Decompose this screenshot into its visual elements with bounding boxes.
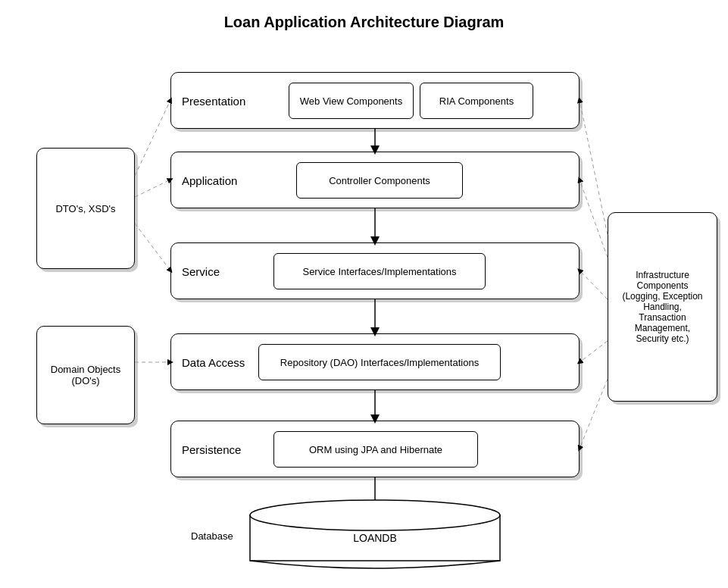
domain-label: Domain Objects(DO's) <box>51 364 120 386</box>
presentation-label: Presentation <box>182 94 245 107</box>
svg-line-15 <box>580 341 608 362</box>
service-layer: Service Service Interfaces/Implementatio… <box>170 242 580 299</box>
repository-label: Repository (DAO) Interfaces/Implementati… <box>280 357 479 368</box>
dtos-box: DTO's, XSD's <box>36 148 135 269</box>
service-interfaces-box: Service Interfaces/Implementations <box>273 253 486 289</box>
svg-line-16 <box>580 379 608 449</box>
svg-line-8 <box>135 100 170 176</box>
infrastructure-box: InfrastructureComponents(Logging, Except… <box>608 212 717 402</box>
controller-label: Controller Components <box>329 175 430 186</box>
presentation-layer: Presentation Web View Components RIA Com… <box>170 72 580 129</box>
ria-components-box: RIA Components <box>420 83 533 119</box>
svg-line-10 <box>135 224 170 271</box>
service-label: Service <box>182 264 220 277</box>
persistence-label: Persistence <box>182 443 241 455</box>
data-access-layer: Data Access Repository (DAO) Interfaces/… <box>170 333 580 390</box>
application-label: Application <box>182 174 237 186</box>
application-layer: Application Controller Components <box>170 152 580 208</box>
svg-line-9 <box>135 180 170 197</box>
persistence-layer: Persistence ORM using JPA and Hibernate <box>170 421 580 477</box>
infra-label: InfrastructureComponents(Logging, Except… <box>622 270 702 344</box>
svg-line-14 <box>580 271 608 299</box>
database-outside-label: Database <box>191 530 233 542</box>
svg-point-7 <box>250 500 500 530</box>
web-view-components-box: Web View Components <box>289 83 414 119</box>
db-label: LOANDB <box>353 532 397 544</box>
diagram: Loan Application Architecture Diagram DT… <box>0 0 728 588</box>
domain-objects-box: Domain Objects(DO's) <box>36 326 135 424</box>
dtos-label: DTO's, XSD's <box>55 203 115 214</box>
svg-rect-6 <box>250 515 500 561</box>
service-interfaces-label: Service Interfaces/Implementations <box>302 266 456 277</box>
orm-label: ORM using JPA and Hibernate <box>309 444 442 455</box>
orm-box: ORM using JPA and Hibernate <box>273 431 478 468</box>
svg-line-12 <box>580 100 608 235</box>
ria-label: RIA Components <box>439 95 514 107</box>
data-access-label: Data Access <box>182 355 245 368</box>
web-view-label: Web View Components <box>300 95 402 107</box>
page-title: Loan Application Architecture Diagram <box>0 0 728 37</box>
repository-box: Repository (DAO) Interfaces/Implementati… <box>258 344 501 380</box>
svg-line-13 <box>580 180 608 258</box>
controller-components-box: Controller Components <box>296 162 463 199</box>
